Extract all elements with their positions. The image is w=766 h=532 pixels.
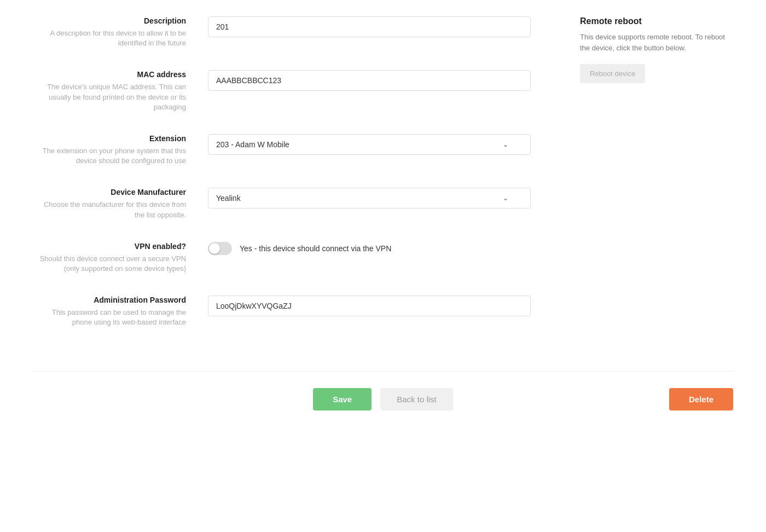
manufacturer-select-wrapper: Yealink ⌄: [208, 188, 531, 209]
admin-password-help: This password can be used to manage the …: [33, 308, 186, 327]
remote-reboot-title: Remote reboot: [580, 16, 733, 26]
reboot-device-button[interactable]: Reboot device: [580, 64, 645, 83]
main-content: Description A description for this devic…: [33, 16, 733, 349]
admin-password-row: Administration Password This password ca…: [33, 296, 547, 327]
vpn-row: VPN enabled? Should this device connect …: [33, 242, 547, 274]
manufacturer-select[interactable]: Yealink ⌄: [208, 188, 531, 209]
extension-chevron-icon: ⌄: [503, 141, 508, 148]
description-label: Description: [33, 16, 186, 25]
back-to-list-button[interactable]: Back to list: [380, 388, 453, 410]
vpn-help: Should this device connect over a secure…: [33, 254, 186, 274]
manufacturer-select-value: Yealink: [216, 194, 241, 203]
admin-password-label: Administration Password: [33, 296, 186, 304]
manufacturer-help: Choose the manufacturer for this device …: [33, 200, 186, 219]
extension-label: Extension: [33, 134, 186, 143]
manufacturer-chevron-icon: ⌄: [503, 194, 508, 202]
mac-label-group: MAC address The device's unique MAC addr…: [33, 70, 186, 112]
mac-input-group: [208, 70, 531, 91]
manufacturer-label-group: Device Manufacturer Choose the manufactu…: [33, 188, 186, 219]
bottom-bar: Save Back to list Delete: [33, 371, 733, 410]
description-label-group: Description A description for this devic…: [33, 16, 186, 48]
vpn-toggle-knob: [209, 243, 220, 254]
vpn-toggle[interactable]: [208, 242, 232, 255]
form-section: Description A description for this devic…: [33, 16, 547, 349]
description-help: A description for this device to allow i…: [33, 28, 186, 48]
vpn-input-group: Yes - this device should connect via the…: [208, 242, 531, 255]
extension-select[interactable]: 203 - Adam W Mobile ⌄: [208, 134, 531, 155]
manufacturer-row: Device Manufacturer Choose the manufactu…: [33, 188, 547, 219]
extension-select-value: 203 - Adam W Mobile: [216, 140, 289, 149]
delete-button[interactable]: Delete: [669, 388, 733, 410]
save-button[interactable]: Save: [313, 388, 372, 410]
manufacturer-label: Device Manufacturer: [33, 188, 186, 196]
page-container: Description A description for this devic…: [0, 0, 766, 427]
extension-input-group: 203 - Adam W Mobile ⌄: [208, 134, 531, 155]
description-row: Description A description for this devic…: [33, 16, 547, 48]
manufacturer-input-group: Yealink ⌄: [208, 188, 531, 209]
admin-password-input-group: [208, 296, 531, 316]
extension-label-group: Extension The extension on your phone sy…: [33, 134, 186, 166]
vpn-toggle-row: Yes - this device should connect via the…: [208, 242, 531, 255]
vpn-label: VPN enabled?: [33, 242, 186, 251]
remote-reboot-description: This device supports remote reboot. To r…: [580, 32, 733, 53]
vpn-label-group: VPN enabled? Should this device connect …: [33, 242, 186, 274]
description-input-group: [208, 16, 531, 37]
admin-password-input[interactable]: [208, 296, 531, 316]
sidebar-section: Remote reboot This device supports remot…: [580, 16, 733, 349]
admin-password-label-group: Administration Password This password ca…: [33, 296, 186, 327]
description-input[interactable]: [208, 16, 531, 37]
mac-label: MAC address: [33, 70, 186, 79]
mac-address-row: MAC address The device's unique MAC addr…: [33, 70, 547, 112]
extension-row: Extension The extension on your phone sy…: [33, 134, 547, 166]
mac-address-input[interactable]: [208, 70, 531, 91]
extension-help: The extension on your phone system that …: [33, 146, 186, 166]
extension-select-wrapper: 203 - Adam W Mobile ⌄: [208, 134, 531, 155]
vpn-toggle-label: Yes - this device should connect via the…: [240, 244, 391, 253]
mac-help: The device's unique MAC address. This ca…: [33, 82, 186, 112]
